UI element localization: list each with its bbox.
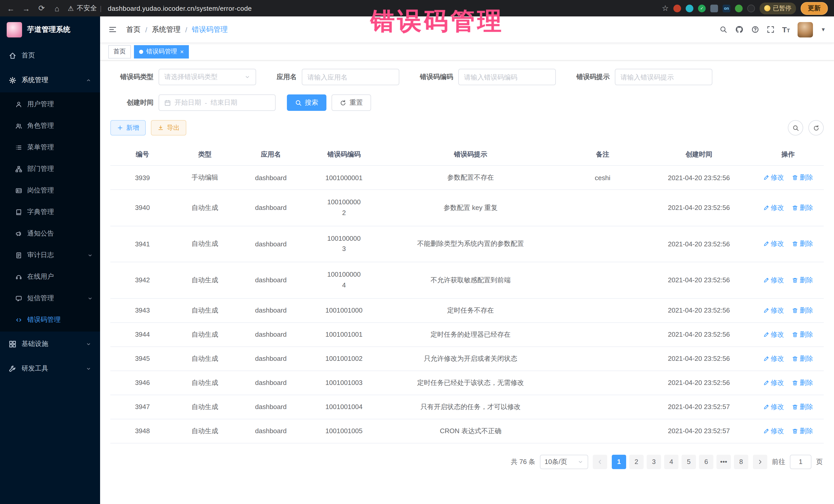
page-button[interactable]: 1	[612, 455, 626, 469]
paused-badge[interactable]: 已暂停	[760, 2, 796, 14]
tab-close-icon[interactable]: ×	[180, 48, 184, 54]
extension-icon[interactable]: ✓	[698, 4, 706, 12]
add-button[interactable]: 新增	[110, 120, 146, 135]
header-search-icon[interactable]	[720, 26, 727, 34]
browser-back-button[interactable]: ←	[6, 4, 15, 13]
refresh-table-button[interactable]	[808, 120, 824, 135]
extension-icon[interactable]	[673, 4, 681, 12]
page-button[interactable]: 8	[734, 455, 748, 469]
export-button[interactable]: 导出	[151, 120, 186, 135]
edit-button[interactable]: 修改	[763, 306, 784, 315]
delete-button[interactable]: 删除	[792, 330, 813, 339]
page-button[interactable]: 5	[682, 455, 696, 469]
security-indicator[interactable]: ⚠ 不安全 |	[68, 4, 102, 13]
delete-button[interactable]: 删除	[792, 378, 813, 388]
extension-icon[interactable]	[710, 4, 718, 12]
toggle-search-button[interactable]	[788, 120, 803, 135]
sidebar-item-menu-mgmt[interactable]: 菜单管理	[0, 136, 100, 158]
sidebar-item-user-mgmt[interactable]: 用户管理	[0, 93, 100, 115]
delete-button[interactable]: 删除	[792, 173, 813, 182]
page-button[interactable]: 2	[629, 455, 643, 469]
sidebar-item-online-users[interactable]: 在线用户	[0, 266, 100, 287]
edit-button[interactable]: 修改	[763, 426, 784, 436]
sidebar-item-dev-tools[interactable]: 研发工具	[0, 356, 100, 381]
edit-button[interactable]: 修改	[763, 173, 784, 182]
extension-pin-icon[interactable]	[747, 4, 755, 12]
sidebar-item-notice[interactable]: 通知公告	[0, 223, 100, 244]
tab-error-code[interactable]: 错误码管理 ×	[134, 45, 189, 58]
chevron-down-icon[interactable]: ▼	[821, 27, 826, 32]
avatar[interactable]	[797, 22, 813, 37]
extension-icon[interactable]	[735, 4, 743, 12]
sidebar-toggle-icon[interactable]	[108, 25, 117, 34]
breadcrumb-system[interactable]: 系统管理	[152, 25, 181, 34]
extension-icon[interactable]	[686, 4, 694, 12]
app-name-input[interactable]	[307, 73, 394, 81]
error-hint-input[interactable]	[620, 73, 707, 81]
cell-hint: 定时任务已经处于该状态，无需修改	[381, 371, 560, 395]
sidebar-item-dict-mgmt[interactable]: 字典管理	[0, 201, 100, 223]
sidebar-item-sms-mgmt[interactable]: 短信管理	[0, 287, 100, 309]
sidebar-item-infrastructure[interactable]: 基础设施	[0, 332, 100, 356]
edit-button[interactable]: 修改	[763, 239, 784, 249]
bookmark-star-icon[interactable]: ☆	[662, 4, 669, 13]
edit-icon	[763, 307, 769, 313]
date-range-picker[interactable]: 开始日期 - 结束日期	[159, 94, 276, 111]
breadcrumb-home[interactable]: 首页	[126, 25, 140, 34]
page-button[interactable]: 6	[699, 455, 714, 469]
sidebar-item-audit-log[interactable]: 审计日志	[0, 244, 100, 266]
extension-on-badge[interactable]: on	[723, 4, 730, 12]
sidebar-item-post-mgmt[interactable]: 岗位管理	[0, 180, 100, 201]
sidebar-item-role-mgmt[interactable]: 角色管理	[0, 115, 100, 136]
next-page-button[interactable]	[753, 455, 767, 469]
address-bar[interactable]: dashboard.yudao.iocoder.cn/system/error-…	[108, 4, 252, 12]
sidebar-item-error-code-mgmt[interactable]: 错误码管理	[0, 309, 100, 330]
edit-button[interactable]: 修改	[763, 354, 784, 364]
org-tree-icon	[15, 166, 22, 172]
page-button[interactable]: 4	[664, 455, 679, 469]
error-type-select[interactable]: 请选择错误码类型	[159, 69, 256, 85]
page-button[interactable]: 3	[647, 455, 661, 469]
delete-button[interactable]: 删除	[792, 402, 813, 412]
delete-button[interactable]: 删除	[792, 203, 813, 213]
app-logo[interactable]: 芋道管理系统	[0, 17, 100, 43]
cell-type: 自动生成	[175, 299, 235, 323]
github-icon[interactable]	[735, 25, 744, 34]
goto-page-input[interactable]	[790, 455, 811, 469]
tab-home[interactable]: 首页	[108, 45, 131, 58]
cell-id: 3944	[110, 323, 175, 347]
delete-button[interactable]: 删除	[792, 306, 813, 315]
col-app: 应用名	[235, 144, 306, 166]
search-button[interactable]: 搜索	[287, 94, 326, 111]
reset-button[interactable]: 重置	[332, 94, 371, 111]
filter-app-label: 应用名	[277, 72, 297, 82]
cell-code: 1001001002	[306, 347, 381, 371]
font-size-icon[interactable]: TT	[782, 26, 790, 34]
browser-forward-button[interactable]: →	[22, 4, 31, 13]
delete-button[interactable]: 删除	[792, 239, 813, 249]
edit-button[interactable]: 修改	[763, 378, 784, 388]
error-code-input[interactable]	[464, 73, 550, 81]
help-icon[interactable]	[751, 26, 759, 34]
browser-home-button[interactable]: ⌂	[52, 4, 62, 13]
edit-button[interactable]: 修改	[763, 276, 784, 285]
delete-button[interactable]: 删除	[792, 354, 813, 364]
sidebar-item-dept-mgmt[interactable]: 部门管理	[0, 158, 100, 180]
sidebar-item-home[interactable]: 首页	[0, 43, 100, 68]
cell-id: 3947	[110, 395, 175, 419]
delete-button[interactable]: 删除	[792, 276, 813, 285]
page-ellipsis-button[interactable]: •••	[717, 455, 731, 469]
delete-button[interactable]: 删除	[792, 426, 813, 436]
browser-update-button[interactable]: 更新	[800, 2, 828, 15]
edit-button[interactable]: 修改	[763, 330, 784, 339]
cell-actions: 修改 删除	[752, 262, 824, 298]
prev-page-button[interactable]	[593, 455, 607, 469]
edit-button[interactable]: 修改	[763, 203, 784, 213]
fullscreen-icon[interactable]	[767, 26, 774, 34]
browser-reload-button[interactable]: ⟳	[37, 4, 46, 13]
sidebar-item-system-mgmt[interactable]: 系统管理	[0, 68, 100, 92]
page-size-select[interactable]: 10条/页	[540, 455, 588, 469]
cell-remark	[560, 299, 645, 323]
cell-actions: 修改 删除	[752, 323, 824, 347]
edit-button[interactable]: 修改	[763, 402, 784, 412]
